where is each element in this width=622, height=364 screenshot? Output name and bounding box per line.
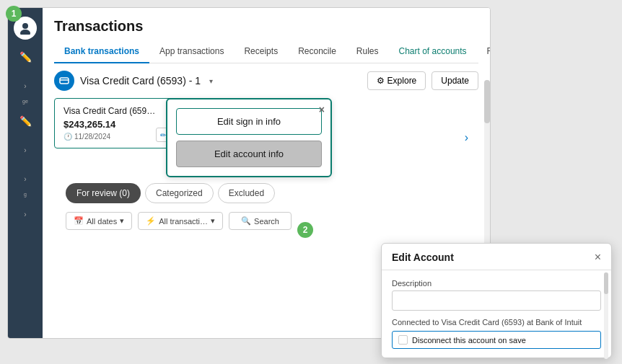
step-1-badge: 1 bbox=[6, 6, 22, 22]
gear-icon: ⚙ bbox=[377, 76, 385, 86]
edit-icon[interactable]: ✏️ bbox=[14, 45, 37, 68]
tab-chart-of-accounts[interactable]: Chart of accounts bbox=[389, 40, 477, 63]
sidebar-nav-3: › g bbox=[14, 167, 37, 197]
svg-point-1 bbox=[20, 30, 30, 35]
chevron-right-4-icon[interactable]: › bbox=[14, 203, 37, 226]
chevron-dates-icon: ▾ bbox=[120, 216, 124, 226]
description-label: Description bbox=[392, 279, 601, 288]
clock-icon: 🕐 bbox=[63, 133, 72, 141]
step-2-badge: 2 bbox=[297, 222, 313, 238]
sidebar-label-ge: ge bbox=[22, 99, 28, 104]
explore-button[interactable]: ⚙ Explore bbox=[367, 71, 426, 90]
tab-bank-transactions[interactable]: Bank transactions bbox=[54, 40, 149, 63]
account-name: Visa Credit Card (6593) - 1 bbox=[80, 75, 201, 86]
update-button[interactable]: Update bbox=[432, 71, 478, 90]
card-date: 🕐 11/28/2024 bbox=[63, 133, 167, 141]
svg-rect-2 bbox=[60, 78, 69, 84]
scroll-thumb bbox=[484, 80, 490, 123]
dialog-close-button[interactable]: × bbox=[595, 251, 601, 264]
pencil-icon[interactable]: ✏️ bbox=[14, 110, 37, 133]
disconnect-label: Disconnect this account on save bbox=[412, 336, 526, 345]
dialog-header: Edit Account × bbox=[382, 244, 611, 270]
dialog-title: Edit Account bbox=[392, 252, 454, 263]
dialog-body: Description Connected to Visa Credit Car… bbox=[382, 270, 611, 358]
account-header: Visa Credit Card (6593) - 1 ▾ ⚙ Explore … bbox=[54, 71, 478, 91]
search-button[interactable]: 🔍 Search bbox=[229, 212, 292, 230]
edit-popup: × Edit sign in info Edit account info bbox=[166, 98, 332, 177]
chevron-right-2-icon[interactable]: › bbox=[14, 138, 37, 161]
account-icon bbox=[54, 71, 74, 91]
sidebar-nav-2: › bbox=[14, 138, 37, 161]
date-filter-button[interactable]: 📅 All dates ▾ bbox=[66, 212, 132, 230]
tab-for-review[interactable]: For review (0) bbox=[66, 183, 141, 203]
tab-app-transactions[interactable]: App transactions bbox=[149, 40, 234, 63]
search-icon: 🔍 bbox=[241, 216, 251, 226]
account-actions: ⚙ Explore Update bbox=[367, 71, 478, 90]
sidebar-nav-4: › bbox=[14, 203, 37, 226]
sidebar-label-g: g bbox=[24, 192, 27, 197]
sidebar-pencil-1[interactable]: ✏️ bbox=[14, 45, 37, 68]
page-header: Transactions Bank transactions App trans… bbox=[43, 8, 490, 63]
tab-recu[interactable]: Recu… bbox=[477, 40, 491, 63]
close-popup-button[interactable]: × bbox=[319, 104, 325, 115]
filter-row: 📅 All dates ▾ ⚡ All transacti… ▾ 🔍 Searc… bbox=[54, 209, 478, 233]
chevron-right-3-icon[interactable]: › bbox=[14, 167, 37, 190]
connected-text: Connected to Visa Credit Card (6593) at … bbox=[392, 318, 601, 327]
chevron-right-icon[interactable]: › bbox=[14, 74, 37, 97]
sidebar: ✏️ › ge ✏️ › › g › bbox=[8, 8, 43, 338]
description-input[interactable] bbox=[392, 290, 601, 311]
disconnect-checkbox[interactable] bbox=[398, 335, 408, 345]
chevron-transactions-icon: ▾ bbox=[211, 216, 215, 226]
transactions-filter-button[interactable]: ⚡ All transacti… ▾ bbox=[138, 212, 223, 230]
tab-reconcile[interactable]: Reconcile bbox=[288, 40, 346, 63]
card-title: Visa Credit Card (659… bbox=[63, 106, 167, 116]
account-section: Visa Credit Card (6593) - 1 ▾ ⚙ Explore … bbox=[43, 63, 490, 240]
calendar-icon: 📅 bbox=[74, 216, 84, 226]
tab-receipts[interactable]: Receipts bbox=[234, 40, 288, 63]
sidebar-nav-1: › ge bbox=[14, 74, 37, 104]
tab-categorized[interactable]: Categorized bbox=[145, 183, 214, 203]
svg-point-0 bbox=[22, 23, 28, 29]
dropdown-arrow-icon[interactable]: ▾ bbox=[209, 77, 213, 85]
edit-account-dialog: Edit Account × Description Connected to … bbox=[381, 243, 612, 358]
dialog-scrollbar[interactable] bbox=[604, 272, 608, 359]
review-tabs: For review (0) Categorized Excluded bbox=[54, 177, 478, 209]
edit-sign-in-info-button[interactable]: Edit sign in info bbox=[176, 108, 322, 135]
sidebar-pencil-2[interactable]: ✏️ bbox=[14, 110, 37, 133]
chevron-next-icon[interactable]: › bbox=[465, 131, 468, 144]
popup-area: Visa Credit Card (659… $243,265.14 🕐 11/… bbox=[54, 98, 478, 177]
disconnect-checkbox-row[interactable]: Disconnect this account on save bbox=[392, 331, 601, 349]
filter-icon: ⚡ bbox=[146, 216, 156, 226]
card-amount: $243,265.14 bbox=[63, 119, 167, 130]
edit-account-info-button[interactable]: Edit account info bbox=[176, 141, 322, 167]
tab-rules[interactable]: Rules bbox=[346, 40, 389, 63]
page-title: Transactions bbox=[54, 18, 478, 35]
dialog-scroll-thumb bbox=[604, 272, 608, 294]
account-card: Visa Credit Card (659… $243,265.14 🕐 11/… bbox=[54, 98, 177, 148]
account-info: Visa Credit Card (6593) - 1 ▾ bbox=[54, 71, 213, 91]
tab-excluded[interactable]: Excluded bbox=[218, 183, 275, 203]
tabs-bar: Bank transactions App transactions Recei… bbox=[54, 40, 478, 63]
